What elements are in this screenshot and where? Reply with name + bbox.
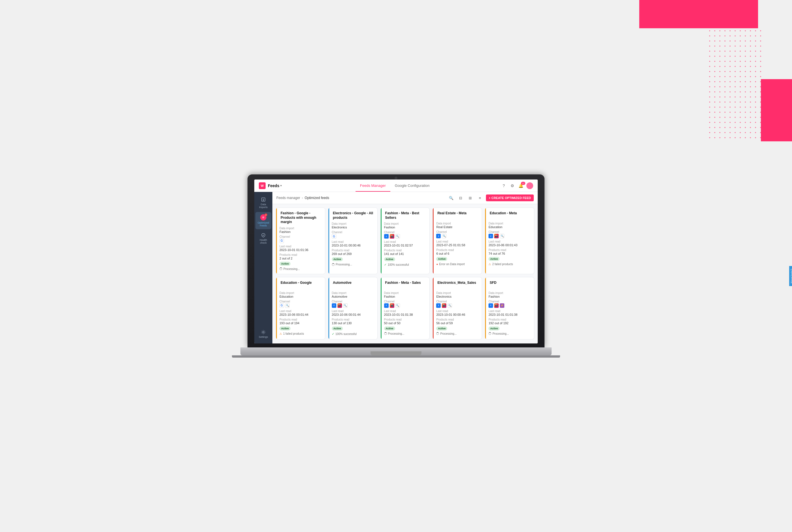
channel-label-7: Channel <box>332 300 374 303</box>
card-title-6: Education - Google <box>279 281 321 289</box>
data-import-value-9: Electronics <box>436 295 478 298</box>
channel-label-5: Channel <box>489 230 531 233</box>
status-badge-2: Active <box>332 257 343 261</box>
status-badge-8: Active <box>384 326 395 330</box>
content-area: Feeds manager › Optimized feeds 🔍 ⊟ ⊞ ≡ … <box>272 192 538 343</box>
tab-google-config[interactable]: Google Configuration <box>390 180 434 192</box>
top-nav: W Feeds ▾ Feeds Manager Google Configura… <box>254 179 538 192</box>
success-text: 100% successful <box>335 332 357 336</box>
meta-channel-icon: f <box>384 234 389 239</box>
settings-icon[interactable]: ⚙ <box>510 183 515 189</box>
channel-icons-4: f🔍 <box>436 234 478 238</box>
avatar[interactable] <box>527 182 533 189</box>
laptop-bezel: W Feeds ▾ Feeds Manager Google Configura… <box>247 174 545 347</box>
feed-card-5[interactable]: Education - Meta Data import Education C… <box>485 208 534 274</box>
card-border-left-9 <box>433 277 434 339</box>
last-read-label-6: Last read <box>279 309 321 312</box>
sidebar-item-optimized-feeds[interactable]: ⊞ Optimized Feeds <box>255 212 271 229</box>
search-channel-icon: 🔍 <box>285 303 290 308</box>
last-read-label-4: Last read <box>436 240 478 243</box>
nav-actions: ? ⚙ 🔔 <box>501 182 533 189</box>
feed-card-7[interactable]: Automotive Data import Automotive Channe… <box>328 277 377 340</box>
data-import-label-9: Data import <box>436 291 478 294</box>
feed-card-1[interactable]: Fashion - Google - Products with enough … <box>276 208 325 274</box>
data-import-value-7: Automotive <box>332 295 374 298</box>
search-icon-btn[interactable]: 🔍 <box>447 194 455 202</box>
channel-icons-10: f📷⚡ <box>489 303 531 308</box>
help-icon[interactable]: ? <box>501 183 506 189</box>
products-read-label-2: Products read <box>332 249 374 252</box>
channel-icons-7: f📷🔍 <box>332 303 374 308</box>
channel-icons-6: G🔍 <box>279 303 321 308</box>
feed-card-4[interactable]: Real Estate - Meta Data import Real Esta… <box>432 208 482 274</box>
health-check-icon <box>261 233 266 238</box>
feed-card-3[interactable]: Fashion - Meta - Best Sellers Data impor… <box>381 208 430 274</box>
feed-card-9[interactable]: Electronics_Meta_Sales Data import Elect… <box>432 277 482 340</box>
laptop-wrapper: W Feeds ▾ Feeds Manager Google Configura… <box>247 174 545 358</box>
sidebar-item-settings[interactable]: Settings <box>255 327 271 341</box>
laptop-base <box>240 347 552 355</box>
last-read-value-2: 2023-10-01 00:00:46 <box>332 244 374 247</box>
sidebar-label-health-check: Health check <box>257 239 270 244</box>
feed-card-10[interactable]: SFD Data import Fashion Channel f📷⚡ Last… <box>485 277 534 340</box>
products-read-value-4: 6 out of 6 <box>436 252 478 255</box>
products-read-label-6: Products read <box>279 318 321 321</box>
feed-card-2[interactable]: Electronics - Google - All products Data… <box>328 208 377 274</box>
card-title-1: Fashion - Google - Products with enough … <box>279 211 321 225</box>
tab-feeds-manager[interactable]: Feeds Manager <box>355 180 390 192</box>
grid-view-icon-btn[interactable]: ⊞ <box>467 194 474 202</box>
last-read-label-5: Last read <box>489 240 531 243</box>
status-badge-3: Active <box>384 257 395 261</box>
feed-card-8[interactable]: Fashion - Meta - Sales Data import Fashi… <box>381 277 430 340</box>
data-import-label-7: Data import <box>332 291 374 294</box>
channel-icons-5: f📷🔍 <box>489 234 531 238</box>
instagram-channel-icon: 📷 <box>494 303 499 308</box>
optimized-feeds-icon: ⊞ <box>260 214 266 221</box>
products-read-label-7: Products read <box>332 318 374 321</box>
nav-tabs: Feeds Manager Google Configuration <box>289 180 501 191</box>
channel-label-1: Channel <box>279 235 321 238</box>
warning-text: 2 failed products <box>492 263 513 266</box>
products-read-label-10: Products read <box>489 318 531 321</box>
create-optimized-feed-button[interactable]: + CREATE OPTIMIZED FEED <box>486 194 534 201</box>
data-import-value-5: Education <box>489 225 531 229</box>
cards-grid: Fashion - Google - Products with enough … <box>272 204 538 343</box>
error-text: Error on Data import <box>439 263 465 266</box>
breadcrumb-actions: 🔍 ⊟ ⊞ ≡ + CREATE OPTIMIZED FEED <box>447 194 534 202</box>
main-area: Data Imports ⊞ Optimized Feeds <box>254 192 538 343</box>
search-channel-icon: 🔍 <box>395 303 400 308</box>
list-view-icon-btn[interactable]: ≡ <box>476 194 484 202</box>
card-status-line-5: ⚠ 2 failed products <box>489 263 531 266</box>
card-status-line-3: ✓ 100% successful <box>384 263 426 267</box>
lightning-channel-icon: ⚡ <box>500 303 504 308</box>
last-read-label-1: Last read <box>279 245 321 248</box>
instagram-channel-icon: 📷 <box>390 303 394 308</box>
last-read-value-4: 2023-07-25 01:01:58 <box>436 243 478 247</box>
notifications-icon[interactable]: 🔔 <box>518 183 523 189</box>
bg-decoration-top <box>639 0 758 28</box>
products-read-label-1: Products read <box>279 253 321 256</box>
products-read-label-9: Products read <box>436 318 478 321</box>
title-dropdown[interactable]: ▾ <box>280 184 282 187</box>
last-read-label-10: Last read <box>489 309 531 312</box>
feed-card-6[interactable]: Education - Google Data import Education… <box>276 277 325 340</box>
meta-channel-icon: f <box>436 234 441 238</box>
sidebar-item-data-imports[interactable]: Data Imports <box>255 195 271 211</box>
need-help-button[interactable]: Need help? <box>789 266 792 286</box>
last-read-label-9: Last read <box>436 309 478 312</box>
data-import-label-6: Data import <box>279 291 321 294</box>
sidebar-label-data-imports: Data Imports <box>257 203 270 209</box>
channel-icons-2: G <box>332 234 374 239</box>
breadcrumb-parent[interactable]: Feeds manager <box>276 196 300 200</box>
filter-icon-btn[interactable]: ⊟ <box>457 194 464 202</box>
google-channel-icon: G <box>332 234 336 239</box>
success-text: 100% successful <box>388 263 409 266</box>
instagram-channel-icon: 📷 <box>390 234 394 239</box>
sidebar-item-health-check[interactable]: Health check <box>255 230 271 247</box>
data-import-label-4: Data import <box>436 222 478 225</box>
laptop-foot <box>232 355 560 358</box>
processing-text: Processing... <box>283 267 300 270</box>
card-title-10: SFD <box>489 281 531 289</box>
card-status-line-8: Processing... <box>384 332 426 335</box>
products-read-value-9: 56 out of 59 <box>436 321 478 325</box>
